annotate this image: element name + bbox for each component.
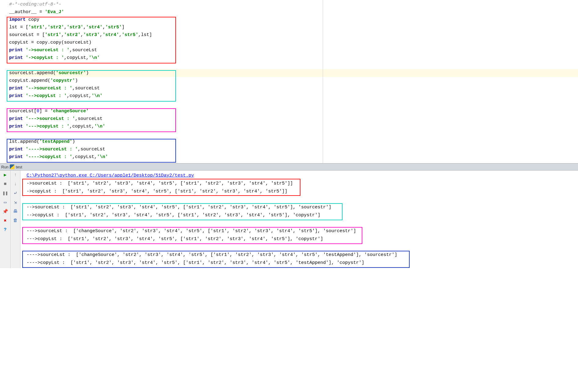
console-line — [27, 196, 578, 203]
code-line[interactable] — [9, 130, 578, 138]
python-icon — [10, 164, 15, 169]
console-line: --->sourceLst : ['changeSource', 'str2',… — [27, 227, 578, 235]
console-line: -->sourceLst : ['str1', 'str2', 'str3', … — [27, 203, 578, 211]
run-config-name: test — [16, 165, 22, 169]
margin-line — [323, 0, 323, 163]
pause-button[interactable]: ❚❚ — [2, 190, 8, 196]
code-line[interactable]: print '---->sourceLst : ',sourceLst — [9, 146, 578, 153]
run-button[interactable]: ▶ — [2, 172, 8, 178]
layout-icon[interactable]: ▭ — [2, 199, 8, 205]
console-output[interactable]: C:\Python27\python.exe C:/Users/apple1/D… — [20, 171, 578, 268]
print-icon[interactable]: 🖶 — [13, 208, 19, 214]
code-line[interactable]: lst = ['str1','str2','str3','str4','str5… — [9, 23, 578, 31]
code-line[interactable]: lst.append('testAppend') — [9, 138, 578, 146]
code-line[interactable]: import copy — [9, 16, 578, 23]
console-line — [27, 243, 578, 251]
code-line[interactable]: copyLst.append('copystr') — [9, 77, 578, 85]
code-line[interactable]: print '---->copyLst : ',copyLst,'\n' — [9, 153, 578, 161]
console-line: ---->copyLst : ['str1', 'str2', 'str3', … — [27, 259, 578, 267]
console-line — [27, 219, 578, 227]
code-line[interactable]: print '--->copyLst : ',copyLst,'\n' — [9, 123, 578, 130]
up-arrow-icon[interactable]: ↑ — [13, 172, 19, 178]
soft-wrap-icon[interactable]: ⤶ — [13, 190, 19, 196]
console-line: --->copyLst : ['str1', 'str2', 'str3', '… — [27, 235, 578, 243]
console-line: ---->sourceLst : ['changeSource', 'str2'… — [27, 251, 578, 259]
console-line: -->copyLst : ['str1', 'str2', 'str3', 's… — [27, 211, 578, 219]
code-line[interactable]: print '-->sourceLst : ',sourceLst — [9, 85, 578, 92]
code-line[interactable]: sourceLst[0] = 'changeSource' — [9, 107, 578, 115]
run-tool-header: Run test — [0, 163, 578, 171]
code-line[interactable]: print '->sourceLst : ',sourceLst — [9, 46, 578, 54]
console-line: ->copyLst : ['str1', 'str2', 'str3', 'st… — [27, 188, 578, 196]
run-toolbar-secondary: ↑ ↓ ⤶ ⇲ 🖶 🗑 — [11, 171, 20, 268]
close-button[interactable]: ✖ — [2, 218, 8, 224]
code-line[interactable]: print '--->sourceLst : ',sourceLst — [9, 115, 578, 123]
console-line: ->sourceLst : ['str1', 'str2', 'str3', '… — [27, 180, 578, 188]
code-line[interactable]: __author__ = 'Eva_J' — [9, 8, 578, 16]
code-editor[interactable]: #-*-coding:utf-8-*-__author__ = 'Eva_J'i… — [0, 0, 578, 163]
clear-all-icon[interactable]: 🗑 — [13, 218, 19, 224]
pin-icon[interactable]: 📌 — [2, 208, 8, 214]
down-arrow-icon[interactable]: ↓ — [13, 181, 19, 187]
code-line[interactable]: print '->copyLst : ',copyLst,'\n' — [9, 54, 578, 62]
code-line[interactable]: copyLst = copy.copy(sourceLst) — [9, 39, 578, 46]
run-toolbar-primary: ▶ ■ ❚❚ ▭ 📌 ✖ ? — [0, 171, 11, 268]
scroll-to-end-icon[interactable]: ⇲ — [13, 199, 19, 205]
code-line[interactable]: print '-->copyLst : ',copyLst,'\n' — [9, 92, 578, 100]
code-line[interactable]: sourceLst.append('sourcestr') — [9, 69, 578, 77]
run-label: Run — [1, 165, 9, 169]
code-line[interactable]: #-*-coding:utf-8-*- — [9, 1, 578, 8]
console-panel: ▶ ■ ❚❚ ▭ 📌 ✖ ? ↑ ↓ ⤶ ⇲ 🖶 🗑 C:\Python27\p… — [0, 171, 578, 268]
code-line[interactable]: sourceLst = ['str1','str2','str3','str4'… — [9, 31, 578, 39]
exec-path[interactable]: C:\Python27\python.exe C:/Users/apple1/D… — [27, 172, 578, 180]
help-button[interactable]: ? — [2, 227, 8, 233]
code-line[interactable] — [9, 100, 578, 107]
stop-button[interactable]: ■ — [2, 181, 8, 187]
code-line[interactable] — [9, 62, 578, 69]
